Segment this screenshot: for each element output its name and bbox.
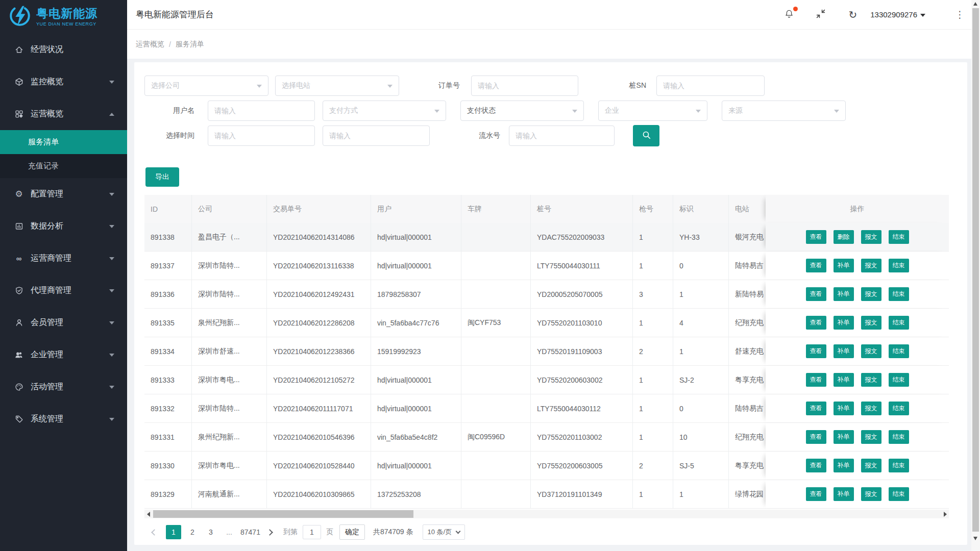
sidebar-item-0[interactable]: 经营状况 bbox=[0, 34, 127, 66]
pay-method-select[interactable]: 支付方式 bbox=[323, 101, 446, 121]
sidebar-item-label: 监控概览 bbox=[31, 77, 109, 87]
scroll-left-arrow-icon[interactable] bbox=[144, 510, 152, 518]
confirm-button[interactable]: 确定 bbox=[339, 524, 365, 540]
account-menu[interactable]: 13302909276 bbox=[870, 10, 925, 19]
horizontal-scrollbar[interactable] bbox=[144, 510, 949, 518]
finish-button[interactable]: 结束 bbox=[889, 287, 909, 301]
supplement-order-button[interactable]: 补单 bbox=[834, 430, 854, 444]
time-end-input[interactable] bbox=[323, 126, 430, 146]
message-button[interactable]: 报文 bbox=[861, 316, 881, 330]
sidebar-item-10[interactable]: 系统管理 bbox=[0, 403, 127, 435]
supplement-order-button[interactable]: 补单 bbox=[834, 402, 854, 415]
page-size-select[interactable]: 10 条/页 bbox=[423, 524, 465, 540]
pile-sn-input[interactable] bbox=[656, 76, 765, 96]
message-button[interactable]: 报文 bbox=[861, 230, 881, 244]
supplement-order-button[interactable]: 补单 bbox=[834, 344, 854, 358]
finish-button[interactable]: 结束 bbox=[889, 230, 909, 244]
export-button[interactable]: 导出 bbox=[145, 167, 179, 187]
sidebar-item-6[interactable]: 代理商管理 bbox=[0, 274, 127, 307]
message-button[interactable]: 报文 bbox=[861, 344, 881, 358]
username-input[interactable] bbox=[208, 101, 315, 121]
vertical-scrollbar-thumb[interactable] bbox=[972, 8, 979, 532]
column-header: ID bbox=[144, 195, 192, 223]
horizontal-scrollbar-thumb[interactable] bbox=[153, 510, 413, 518]
view-button[interactable]: 查看 bbox=[806, 287, 826, 301]
sidebar-item-3[interactable]: ⚙配置管理 bbox=[0, 178, 127, 210]
sidebar-subitem-0[interactable]: 服务清单 bbox=[0, 130, 127, 154]
serial-no-input[interactable] bbox=[509, 126, 615, 146]
supplement-order-button[interactable]: 补单 bbox=[834, 373, 854, 387]
goto-page-input[interactable]: 1 bbox=[303, 525, 321, 539]
page-number-button[interactable]: 87471 bbox=[240, 525, 260, 539]
finish-button[interactable]: 结束 bbox=[889, 430, 909, 444]
station-select[interactable]: 选择电站 bbox=[275, 76, 399, 96]
cell-plate bbox=[461, 252, 531, 280]
sidebar-item-5[interactable]: ∞运营商管理 bbox=[0, 242, 127, 274]
scroll-down-arrow-icon[interactable] bbox=[973, 537, 977, 540]
fullscreen-icon[interactable] bbox=[816, 9, 826, 21]
page-number-button[interactable]: 3 bbox=[204, 525, 218, 539]
supplement-order-button[interactable]: 补单 bbox=[834, 487, 854, 501]
finish-button[interactable]: 结束 bbox=[889, 373, 909, 387]
supplement-order-button[interactable]: 补单 bbox=[834, 459, 854, 472]
prev-page-button[interactable] bbox=[151, 529, 158, 536]
message-button[interactable]: 报文 bbox=[861, 287, 881, 301]
supplement-order-button[interactable]: 补单 bbox=[834, 316, 854, 330]
sidebar-item-7[interactable]: 会员管理 bbox=[0, 307, 127, 339]
scroll-up-arrow-icon[interactable] bbox=[973, 2, 977, 6]
delete-button[interactable]: 删除 bbox=[834, 230, 854, 244]
notification-bell-button[interactable] bbox=[784, 9, 794, 21]
page-number-button[interactable]: 2 bbox=[185, 525, 200, 539]
supplement-order-button[interactable]: 补单 bbox=[834, 259, 854, 272]
refresh-icon[interactable]: ↻ bbox=[848, 10, 857, 20]
breadcrumb-parent[interactable]: 运营概览 bbox=[136, 40, 164, 49]
message-button[interactable]: 报文 bbox=[861, 430, 881, 444]
sidebar-item-9[interactable]: 活动管理 bbox=[0, 371, 127, 403]
sidebar-item-8[interactable]: 企业管理 bbox=[0, 339, 127, 371]
page-number-button[interactable]: 1 bbox=[166, 525, 181, 539]
sidebar-item-label: 系统管理 bbox=[31, 414, 109, 424]
column-header: 车牌 bbox=[461, 195, 531, 223]
view-button[interactable]: 查看 bbox=[806, 402, 826, 415]
company-select[interactable]: 选择公司 bbox=[144, 76, 268, 96]
kebab-menu-icon[interactable]: ⋮ bbox=[955, 9, 965, 20]
message-button[interactable]: 报文 bbox=[861, 487, 881, 501]
cell-company: 深圳市陆特... bbox=[192, 280, 267, 308]
view-button[interactable]: 查看 bbox=[806, 430, 826, 444]
view-button[interactable]: 查看 bbox=[806, 373, 826, 387]
table-body: 891338盈昌电子（...YD202104062014314086hd|vir… bbox=[144, 223, 949, 509]
pay-status-select[interactable]: 支付状态 bbox=[460, 101, 584, 121]
view-button[interactable]: 查看 bbox=[806, 259, 826, 272]
view-button[interactable]: 查看 bbox=[806, 487, 826, 501]
message-button[interactable]: 报文 bbox=[861, 373, 881, 387]
message-button[interactable]: 报文 bbox=[861, 402, 881, 415]
sidebar-item-1[interactable]: 监控概览 bbox=[0, 66, 127, 98]
finish-button[interactable]: 结束 bbox=[889, 459, 909, 472]
sidebar-item-4[interactable]: 数据分析 bbox=[0, 210, 127, 242]
vertical-scrollbar[interactable] bbox=[971, 0, 980, 551]
view-button[interactable]: 查看 bbox=[806, 316, 826, 330]
view-button[interactable]: 查看 bbox=[806, 344, 826, 358]
cell-mark: SJ-5 bbox=[673, 452, 729, 480]
next-page-button[interactable] bbox=[266, 529, 273, 536]
scroll-right-arrow-icon[interactable] bbox=[941, 510, 949, 518]
sidebar-subitem-1[interactable]: 充值记录 bbox=[0, 154, 127, 178]
supplement-order-button[interactable]: 补单 bbox=[834, 287, 854, 301]
view-button[interactable]: 查看 bbox=[806, 230, 826, 244]
finish-button[interactable]: 结束 bbox=[889, 344, 909, 358]
sidebar-item-2[interactable]: 运营概览 bbox=[0, 98, 127, 130]
source-select[interactable]: 来源 bbox=[722, 101, 846, 121]
finish-button[interactable]: 结束 bbox=[889, 402, 909, 415]
order-no-input[interactable] bbox=[471, 76, 578, 96]
view-button[interactable]: 查看 bbox=[806, 459, 826, 472]
finish-button[interactable]: 结束 bbox=[889, 259, 909, 272]
time-start-input[interactable] bbox=[208, 126, 315, 146]
finish-button[interactable]: 结束 bbox=[889, 316, 909, 330]
message-button[interactable]: 报文 bbox=[861, 259, 881, 272]
sidebar-subitem-label: 服务清单 bbox=[28, 137, 59, 147]
search-button[interactable] bbox=[633, 125, 659, 146]
enterprise-select[interactable]: 企业 bbox=[598, 101, 707, 121]
message-button[interactable]: 报文 bbox=[861, 459, 881, 472]
cell-id: 891331 bbox=[144, 423, 192, 451]
finish-button[interactable]: 结束 bbox=[889, 487, 909, 501]
